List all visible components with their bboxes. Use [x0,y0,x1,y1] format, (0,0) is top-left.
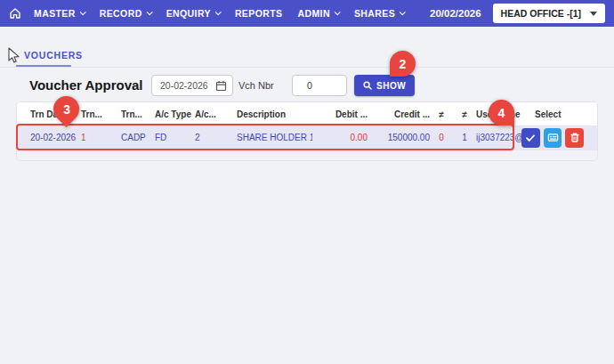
branch-selector[interactable]: HEAD OFFICE -[1] [493,4,605,23]
home-button[interactable] [9,7,21,20]
check-icon [525,133,536,143]
cell-trn-no: 1 [81,133,121,142]
nav-item-label: ADMIN [297,8,329,19]
table-footer-strip [17,150,597,161]
nav-item-label: RECORD [100,8,142,19]
nav-item-reports[interactable]: REPORTS [235,8,283,19]
cell-ac-type: FD [155,133,195,142]
show-button-label: SHOW [376,81,406,91]
chevron-down-icon [400,9,406,15]
vch-nbr-input[interactable] [292,75,347,96]
cell-ac-no: 2 [195,133,237,142]
chevron-down-icon [79,9,85,15]
page-title: Voucher Approval [29,77,143,93]
cell-flag1: 0 [430,133,453,142]
annotation-step-2-badge: 2 [390,51,416,77]
tab-strip: VOUCHERS [0,27,614,69]
nav-item-enquiry[interactable]: ENQUIRY [166,8,220,19]
top-nav-bar: MASTER RECORD ENQUIRY REPORTS ADMIN SHAR… [0,0,614,27]
nav-item-label: ENQUIRY [166,8,211,19]
view-details-button[interactable] [544,128,562,148]
row-actions [521,128,584,148]
col-header-trn-1: Trn... [81,109,121,119]
cell-trn-date: 20-02-2026 [30,133,81,142]
cell-credit: 150000.00 [368,133,430,142]
caret-down-icon [590,12,597,16]
col-header-debit: Debit ... [312,109,368,119]
search-icon [363,81,372,90]
nav-item-label: SHARES [354,8,395,19]
chevron-down-icon [215,9,222,15]
show-button[interactable]: SHOW [354,75,415,96]
approve-button[interactable] [521,128,540,148]
cell-debit: 0.00 [312,133,368,142]
tab-strip-divider [0,67,614,68]
branch-selector-value: HEAD OFFICE -[1] [501,8,581,19]
mouse-cursor [7,47,20,65]
nav-item-master[interactable]: MASTER [34,8,85,19]
tab-vouchers[interactable]: VOUCHERS [24,50,83,61]
cell-description: SHARE HOLDER 1 [237,133,312,142]
trash-icon [570,132,580,143]
details-card-icon [547,132,559,143]
col-header-select: Select [535,109,584,119]
chevron-down-icon [335,9,341,15]
col-header-credit: Credit ... [368,109,430,119]
col-header-flag1: ≠ [430,109,453,119]
home-icon [9,7,21,20]
nav-item-label: REPORTS [235,8,283,19]
vch-nbr-label: Vch Nbr [238,80,274,91]
annotation-step-4-badge: 4 [489,100,514,125]
voucher-approval-toolbar: Voucher Approval 20-02-2026 Vch Nbr SHOW [0,73,614,100]
col-header-trn-2: Trn... [121,109,155,119]
delete-button[interactable] [565,128,584,148]
table-row: 20-02-2026 1 CADP FD 2 SHARE HOLDER 1 0.… [17,125,597,150]
voucher-date-field[interactable]: 20-02-2026 [151,75,233,96]
voucher-date-value: 20-02-2026 [160,80,208,91]
cell-trn-code: CADP [121,133,155,142]
col-header-description: Description [237,109,312,119]
calendar-icon[interactable] [215,80,227,92]
nav-item-shares[interactable]: SHARES [354,8,404,19]
chevron-down-icon [146,9,152,15]
system-date: 20/02/2026 [430,8,481,19]
cell-flag2: 1 [453,133,476,142]
nav-item-admin[interactable]: ADMIN [297,8,338,19]
col-header-flag2: ≠ [453,109,476,119]
nav-item-label: MASTER [34,8,76,19]
nav-item-record[interactable]: RECORD [100,8,151,19]
col-header-ac-no: A/c... [195,109,237,119]
col-header-ac-type: A/c Type [155,109,195,119]
